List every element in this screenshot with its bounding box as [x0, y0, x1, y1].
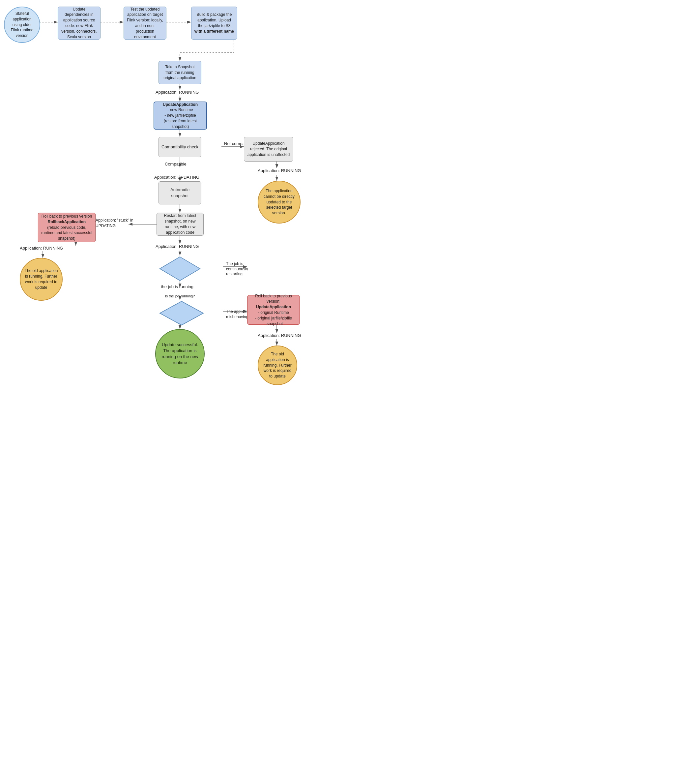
- old-app-running-1-label: The old application is running. Further …: [24, 268, 59, 290]
- app-running-update-rejected-label: Application: RUNNING: [258, 168, 301, 173]
- old-app-running-2-label: The old application is running. Further …: [261, 351, 293, 379]
- test-app-label: Test the updated application on target F…: [127, 7, 163, 40]
- rollback-stuck-label: Roll back to previous versionRollbackApp…: [41, 214, 93, 241]
- automatic-snapshot-label: Automatic snapshot: [161, 187, 198, 199]
- continuously-restarting-label: The job is continuously restarting: [226, 262, 266, 277]
- svg-marker-27: [160, 301, 203, 325]
- update-deps-label: Update dependencies in application sourc…: [61, 7, 97, 40]
- diagram-container: Stateful application using older Flink r…: [0, 0, 347, 392]
- cannot-directly-update-circle: The application cannot be directly updat…: [258, 181, 301, 224]
- rollback-previous-version-box: Roll back to previous version:UpdateAppl…: [247, 295, 300, 325]
- update-application-box: UpdateApplication- new Runtime- new jarf…: [154, 102, 207, 130]
- app-running-1-label: Application: RUNNING: [156, 90, 199, 95]
- update-successful-label: Update successful. The application is ru…: [159, 342, 201, 366]
- take-snapshot-label: Take a Snapshot from the running origina…: [161, 64, 198, 81]
- automatic-snapshot-box: Automatic snapshot: [158, 181, 201, 204]
- compatibility-check-label: Compatibility check: [161, 144, 198, 150]
- is-app-behaving-diamond: Is the application behaving as expected?: [158, 300, 205, 326]
- app-running-after-rollback-label: Application: RUNNING: [20, 245, 63, 250]
- compatibility-check-box: Compatibility check: [158, 137, 201, 157]
- app-running-rollback-label: Application: RUNNING: [258, 333, 301, 338]
- update-deps-box: Update dependencies in application sourc…: [58, 7, 100, 40]
- app-running-2-label: Application: RUNNING: [156, 244, 199, 249]
- app-updating-label: Application: UPDATING: [154, 175, 199, 180]
- restart-label: Restart from latest snapshot, on new run…: [160, 213, 201, 235]
- update-rejected-label: UpdateApplication rejected. The original…: [247, 141, 290, 157]
- test-app-box: Test the updated application on target F…: [123, 7, 166, 40]
- update-successful-circle: Update successful. The application is ru…: [155, 329, 205, 379]
- is-job-running-diamond: Is the job running?: [158, 255, 201, 282]
- old-app-running-2-circle: The old application is running. Further …: [258, 346, 297, 385]
- rollback-stuck-box: Roll back to previous versionRollbackApp…: [38, 212, 95, 242]
- old-app-running-1-circle: The old application is running. Further …: [20, 258, 62, 301]
- stateful-app-circle: Stateful application using older Flink r…: [4, 7, 40, 43]
- build-package-label: Build & package the application. Upload …: [194, 12, 234, 34]
- cannot-directly-update-label: The application cannot be directly updat…: [261, 188, 297, 216]
- svg-marker-26: [160, 257, 200, 280]
- job-is-running-label: the job is running: [161, 284, 193, 289]
- compatible-label: Compatible: [165, 161, 186, 166]
- update-rejected-box: UpdateApplication rejected. The original…: [244, 137, 293, 161]
- app-stuck-label: Application: "stuck" in UPDATING: [95, 217, 142, 229]
- restart-box: Restart from latest snapshot, on new run…: [156, 212, 204, 236]
- build-package-box: Build & package the application. Upload …: [191, 7, 237, 40]
- take-snapshot-box: Take a Snapshot from the running origina…: [158, 61, 201, 84]
- stateful-app-label: Stateful application using older Flink r…: [8, 11, 36, 39]
- rollback-previous-version-label: Roll back to previous version:UpdateAppl…: [250, 293, 297, 327]
- update-application-label: UpdateApplication- new Runtime- new jarf…: [157, 102, 204, 130]
